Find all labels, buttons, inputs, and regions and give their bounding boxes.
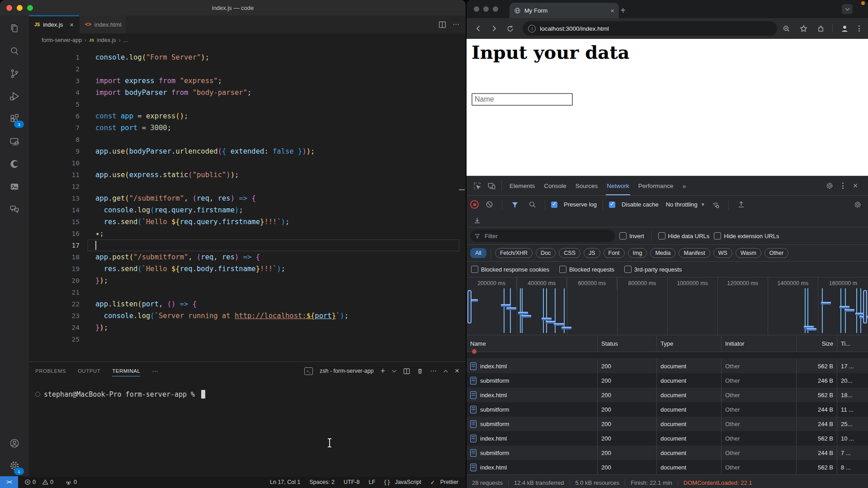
- request-name-cell[interactable]: index.html: [467, 388, 598, 402]
- initiator-cell[interactable]: Other: [722, 402, 797, 417]
- remote-indicator[interactable]: ><: [0, 476, 18, 488]
- network-overview-timeline[interactable]: 200000 ms400000 ms600000 ms800000 ms1000…: [467, 277, 868, 335]
- code-line-11[interactable]: 11app.use(express.static("public"));: [29, 169, 466, 181]
- time-cell[interactable]: 17 ...: [837, 359, 868, 373]
- editor-tab-index.html[interactable]: <>index.html: [80, 15, 127, 33]
- reload-icon[interactable]: [503, 21, 517, 36]
- breadcrumb-file[interactable]: index.js: [97, 37, 116, 43]
- code-line-22[interactable]: 22app.listen(port, () => {: [29, 298, 466, 310]
- accounts-icon[interactable]: [4, 433, 25, 454]
- type-cell[interactable]: document: [657, 359, 722, 373]
- url-text[interactable]: localhost:3000/index.html: [540, 25, 609, 32]
- panel-tab-output[interactable]: OUTPUT: [78, 362, 100, 380]
- network-settings-gear-icon[interactable]: [851, 198, 864, 211]
- errors-indicator[interactable]: 0: [24, 479, 36, 485]
- filter-chip-img[interactable]: Img: [628, 248, 647, 258]
- column-header-name[interactable]: Name: [467, 335, 598, 352]
- line-col-indicator[interactable]: Ln 17, Col 1: [270, 479, 300, 485]
- remote-explorer-icon[interactable]: [4, 131, 25, 152]
- invert-checkbox[interactable]: Invert: [619, 232, 644, 239]
- initiator-cell[interactable]: Other: [722, 417, 797, 431]
- panel-more-actions-icon[interactable]: ⋯: [430, 367, 437, 375]
- initiator-cell[interactable]: Other: [722, 359, 797, 373]
- browser-tab[interactable]: My Form ×: [509, 3, 619, 18]
- indent-indicator[interactable]: Spaces: 2: [309, 479, 335, 485]
- type-cell[interactable]: document: [657, 431, 722, 446]
- profile-avatar[interactable]: [837, 21, 852, 36]
- column-header-initiator[interactable]: Initiator: [722, 335, 797, 352]
- request-name-cell[interactable]: index.html: [467, 431, 598, 446]
- tab-close-icon[interactable]: ×: [610, 7, 614, 14]
- table-row[interactable]: index.html200documentOther562 B10 ...: [467, 431, 868, 446]
- time-cell[interactable]: 7 ...: [837, 446, 868, 460]
- language-indicator[interactable]: { } JavaScript: [384, 479, 421, 485]
- type-cell[interactable]: document: [657, 417, 722, 431]
- -rd-party-requests-checkbox[interactable]: 3rd-party requests: [624, 266, 682, 273]
- status-cell[interactable]: 200: [598, 431, 657, 446]
- breadcrumb-folder[interactable]: form-server-app: [42, 37, 82, 43]
- explorer-icon[interactable]: [4, 18, 25, 39]
- filter-input[interactable]: [484, 232, 610, 240]
- code-line-23[interactable]: 23 console.log(`Server running at http:/…: [29, 310, 466, 322]
- size-cell[interactable]: 244 B: [797, 417, 837, 431]
- filter-chip-all[interactable]: All: [470, 248, 486, 258]
- search-icon[interactable]: [4, 41, 25, 61]
- code-line-16[interactable]: 16✦;: [29, 228, 466, 239]
- editor-tab-index.js[interactable]: JSindex.js×: [29, 15, 80, 33]
- filter-chip-other[interactable]: Other: [764, 248, 788, 258]
- code-line-17[interactable]: 17: [29, 239, 466, 251]
- checkbox[interactable]: [471, 266, 478, 273]
- blocked-response-cookies-checkbox[interactable]: Blocked response cookies: [471, 266, 549, 273]
- bookmark-star-icon[interactable]: [796, 21, 811, 36]
- breadcrumb[interactable]: form-server-app › JS index.js › ...: [29, 33, 466, 47]
- split-terminal-icon[interactable]: [403, 368, 410, 375]
- code-line-19[interactable]: 19 res.send(`Hello ${req.body.firstname}…: [29, 263, 466, 275]
- eol-indicator[interactable]: LF: [368, 479, 375, 485]
- type-cell[interactable]: document: [657, 388, 722, 402]
- code-line-6[interactable]: 6const app = express();: [29, 110, 466, 122]
- size-cell[interactable]: 562 B: [797, 359, 837, 373]
- code-line-24[interactable]: 24});: [29, 322, 466, 333]
- timeline-right-handle[interactable]: [863, 290, 867, 324]
- table-row[interactable]: index.html200documentOther562 B8 ...: [467, 460, 868, 474]
- code-line-25[interactable]: 25: [29, 333, 466, 345]
- time-cell[interactable]: 8 ...: [837, 460, 868, 474]
- devtools-close-icon[interactable]: ×: [849, 181, 862, 191]
- type-cell[interactable]: document: [657, 446, 722, 460]
- filter-chip-ws[interactable]: WS: [713, 248, 732, 258]
- filter-icon[interactable]: [508, 198, 522, 211]
- code-line-10[interactable]: 10: [29, 157, 466, 169]
- disable-cache-checkbox[interactable]: [609, 202, 615, 208]
- filter-chip-doc[interactable]: Doc: [536, 248, 556, 258]
- edge-browser-icon[interactable]: [4, 154, 25, 174]
- extensions-icon[interactable]: 3: [4, 108, 25, 129]
- more-panels-icon[interactable]: »: [679, 182, 689, 190]
- blocked-requests-checkbox[interactable]: Blocked requests: [559, 266, 614, 273]
- network-conditions-icon[interactable]: [709, 198, 722, 211]
- filter-chip-media[interactable]: Media: [650, 248, 675, 258]
- code-line-8[interactable]: 8: [29, 134, 466, 145]
- run-debug-icon[interactable]: [4, 86, 25, 107]
- maximize-panel-icon[interactable]: [443, 370, 448, 373]
- table-row[interactable]: submitform200documentOther244 B25...: [467, 417, 868, 431]
- table-row[interactable]: index.html200documentOther562 B18...: [467, 388, 868, 402]
- panel-tab-terminal[interactable]: TERMINAL: [112, 362, 140, 380]
- partial-scrolled-row[interactable]: [467, 352, 868, 359]
- initiator-cell[interactable]: Other: [722, 373, 797, 388]
- export-har-icon[interactable]: [735, 198, 748, 211]
- code-line-15[interactable]: 15 res.send(`Hello ${req.query.firstname…: [29, 216, 466, 228]
- initiator-cell[interactable]: Other: [722, 388, 797, 402]
- type-cell[interactable]: document: [657, 460, 722, 474]
- filter-chip-js[interactable]: JS: [584, 248, 600, 258]
- column-header-size[interactable]: Size: [797, 335, 837, 352]
- initiator-cell[interactable]: Other: [722, 446, 797, 460]
- device-toolbar-icon[interactable]: [485, 179, 498, 192]
- media-preview-icon[interactable]: [4, 176, 25, 197]
- time-cell[interactable]: 20...: [837, 373, 868, 388]
- size-cell[interactable]: 246 B: [797, 373, 837, 388]
- throttling-select[interactable]: No throttling▼: [666, 201, 705, 208]
- search-network-icon[interactable]: [525, 198, 539, 211]
- vscode-titlebar[interactable]: index.js — code: [0, 0, 466, 15]
- zoom-icon[interactable]: [779, 21, 793, 36]
- source-control-icon[interactable]: [4, 63, 25, 84]
